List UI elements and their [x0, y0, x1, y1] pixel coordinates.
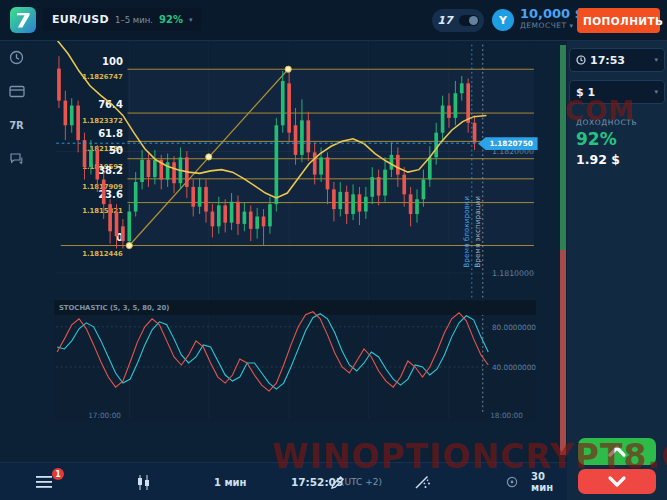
pair-symbol: EUR/USD: [52, 13, 109, 26]
sentiment-bar: [560, 45, 566, 455]
balance-amount: 10,000 $: [520, 7, 584, 22]
payout-percent: 92%: [576, 129, 667, 149]
asset-pair-selector[interactable]: EUR/USD 1–5 мин. 92% ▾: [43, 8, 201, 31]
wallet-icon: [9, 85, 25, 98]
amount-value: $ 1: [576, 86, 650, 99]
deposit-button[interactable]: ПОПОЛНИТЬ: [577, 8, 660, 33]
chevron-down-icon: ▾: [570, 22, 574, 30]
payout-label: ДОХОДНОСТЬ: [576, 118, 667, 127]
expiry-time-value: 17:53: [590, 54, 650, 67]
sentiment-buyers: [560, 45, 566, 250]
svg-text:40.0000000: 40.0000000: [492, 363, 536, 372]
chart-timeframe-button[interactable]: 1 мин: [214, 463, 247, 500]
sidebar-item-payments[interactable]: [0, 74, 33, 108]
clock-icon: [9, 50, 24, 65]
price-chart[interactable]: 1001.182674776.41.182337261.81.182128450…: [0, 40, 560, 462]
chat-icon: [9, 152, 24, 166]
expiry-time-field[interactable]: 17:53 ▾: [569, 48, 665, 72]
sidebar-item-support[interactable]: [0, 142, 33, 176]
bottom-toolbar: 1 1 мин 17:52:05 (UTC +2) 30 мин: [0, 462, 567, 500]
utc-offset: (UTC +2): [341, 463, 382, 500]
amount-field[interactable]: $ 1 ▾: [569, 80, 665, 104]
svg-text:76.4: 76.4: [98, 100, 123, 111]
svg-text:1.1823372: 1.1823372: [82, 117, 123, 125]
svg-text:Время блокировки: Время блокировки: [462, 196, 471, 268]
sidebar-item-tournaments[interactable]: 7R: [0, 108, 33, 142]
chevron-up-icon: [606, 445, 628, 458]
demo-account-icon: Y: [492, 9, 514, 31]
indicators-button[interactable]: [414, 463, 431, 500]
tradingview-toggle[interactable]: 17: [432, 9, 484, 32]
trade-panel: 17:53 ▾ $ 1 ▾ WINOPTIONCRYPT8.COM ДОХОДН…: [567, 40, 667, 500]
topbar: EUR/USD 1–5 мин. 92% ▾ 17 Y 10,000 $ ДЕМ…: [0, 0, 667, 41]
trading-platform: EUR/USD 1–5 мин. 92% ▾ 17 Y 10,000 $ ДЕМ…: [0, 0, 667, 500]
call-button[interactable]: [578, 438, 656, 465]
clock-icon: [576, 55, 586, 65]
svg-text:1.1820750: 1.1820750: [489, 139, 532, 148]
svg-text:80.0000000: 80.0000000: [492, 323, 536, 332]
svg-text:STOCHASTIC (5, 3, 5, 80, 20): STOCHASTIC (5, 3, 5, 80, 20): [59, 304, 170, 312]
chart-type-button[interactable]: [136, 463, 152, 500]
svg-text:18:00:00: 18:00:00: [490, 411, 523, 420]
expiry-duration[interactable]: 30 мин: [531, 463, 567, 500]
pencil-icon: [330, 475, 345, 490]
svg-text:100: 100: [102, 56, 123, 67]
svg-text:23.6: 23.6: [98, 189, 123, 200]
svg-text:1.1812446: 1.1812446: [82, 250, 123, 258]
left-sidebar: 7R: [0, 40, 33, 460]
sidebar-item-history[interactable]: [0, 40, 33, 74]
candlestick-icon: [136, 475, 152, 490]
payout-value: 1.92 $: [576, 152, 667, 167]
tradingview-icon: 17: [437, 14, 452, 27]
svg-text:1.1826747: 1.1826747: [82, 73, 123, 81]
svg-text:50: 50: [109, 145, 123, 156]
chevron-down-icon: ▾: [654, 88, 658, 96]
chevron-down-icon: ▾: [654, 56, 658, 64]
hamburger-icon: [36, 476, 52, 488]
account-menu[interactable]: 10,000 $ ДЕМОСЧЕТ ▾: [520, 7, 584, 31]
pair-timeframe: 1–5 мин.: [115, 15, 153, 25]
svg-text:61.8: 61.8: [98, 128, 123, 139]
app-logo-icon[interactable]: [10, 7, 36, 33]
account-type: ДЕМОСЧЕТ: [520, 21, 567, 30]
expiry-icon: [506, 463, 518, 500]
notification-badge: 1: [52, 468, 64, 480]
svg-text:17:00:00: 17:00:00: [88, 411, 121, 420]
tournaments-7r-icon: 7R: [9, 120, 24, 131]
toggle-switch[interactable]: [459, 15, 479, 26]
put-button[interactable]: [578, 469, 656, 494]
menu-button[interactable]: [36, 463, 52, 500]
drawing-tools-button[interactable]: [330, 463, 345, 500]
chevron-down-icon: ▾: [189, 16, 193, 24]
sentiment-sellers: [560, 250, 566, 455]
chevron-down-icon: [606, 475, 628, 488]
indicators-icon: [414, 475, 431, 490]
pair-payout: 92%: [159, 14, 183, 25]
svg-text:38.2: 38.2: [98, 165, 123, 176]
svg-text:Время экспирации: Время экспирации: [473, 196, 482, 268]
svg-text:1.1810000: 1.1810000: [492, 269, 534, 278]
